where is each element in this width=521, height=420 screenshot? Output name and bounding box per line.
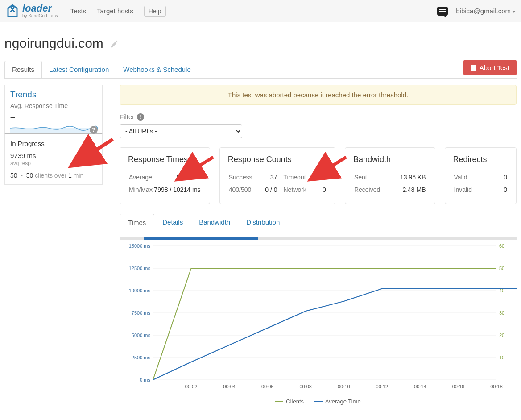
tab-results[interactable]: Results <box>4 61 42 78</box>
logo[interactable]: loader by SendGrid Labs <box>5 4 58 18</box>
trends-panel: Trends Avg. Response Time – ? <box>4 85 103 134</box>
svg-text:00:16: 00:16 <box>452 384 465 389</box>
page-title: ngoirungdui.com <box>4 36 103 51</box>
card-redirects: Redirects Valid0Invalid0 <box>445 147 517 204</box>
svg-text:00:10: 00:10 <box>338 384 350 389</box>
chat-icon[interactable] <box>437 7 448 16</box>
trends-subtitle: Avg. Response Time <box>10 102 97 109</box>
ctab-distribution[interactable]: Distribution <box>238 214 288 231</box>
brand-subtitle: by SendGrid Labs <box>22 13 58 18</box>
card-title: Response Counts <box>228 155 327 164</box>
avg-resp-value: 9739 ms <box>10 152 36 159</box>
svg-text:00:18: 00:18 <box>490 384 503 389</box>
card-bandwidth: Bandwidth Sent13.96 KBReceived2.48 MB <box>345 147 435 204</box>
filter-label: Filter <box>120 113 134 121</box>
svg-text:12500 ms: 12500 ms <box>129 266 151 271</box>
timeout-count: 43 <box>313 171 326 183</box>
svg-text:30: 30 <box>499 310 504 316</box>
top-nav: loader by SendGrid Labs Tests Target hos… <box>0 0 521 22</box>
svg-text:20: 20 <box>499 333 504 338</box>
svg-text:00:06: 00:06 <box>261 384 274 389</box>
annotation-arrow <box>192 157 214 170</box>
edit-icon[interactable] <box>110 39 119 48</box>
svg-text:00:12: 00:12 <box>376 384 389 389</box>
svg-line-30 <box>195 157 213 168</box>
svg-text:00:02: 00:02 <box>185 384 198 389</box>
progress-footer: 50 - 50 clients over 1 min <box>10 172 97 179</box>
svg-line-31 <box>328 157 346 168</box>
nav-tests[interactable]: Tests <box>70 7 86 15</box>
abort-alert: This test was aborted because it reached… <box>120 85 517 105</box>
svg-text:15000 ms: 15000 ms <box>129 244 151 249</box>
tab-latest-config[interactable]: Latest Configuration <box>42 61 116 78</box>
card-title: Response Times <box>128 155 202 164</box>
svg-line-32 <box>92 139 113 153</box>
card-response-times: Response Times Average9739 msMin/Max7998… <box>120 147 210 204</box>
in-progress-panel: In Progress 9739 ms 53.8 % avg resp err … <box>4 134 103 185</box>
help-icon[interactable]: ? <box>90 126 98 134</box>
svg-text:60: 60 <box>499 244 504 249</box>
svg-text:2500 ms: 2500 ms <box>132 355 151 360</box>
trends-title[interactable]: Trends <box>10 90 97 100</box>
chart-tabs: Times Details Bandwidth Distribution <box>120 214 517 231</box>
svg-text:50: 50 <box>499 266 504 271</box>
nav-help[interactable]: Help <box>144 6 166 17</box>
progress-title: In Progress <box>10 140 97 147</box>
minmax-response-time: 7998 / 10214 ms <box>153 184 200 195</box>
svg-text:10000 ms: 10000 ms <box>129 288 151 293</box>
times-chart: 0 ms2500 ms5000 ms7500 ms10000 ms12500 m… <box>120 244 517 391</box>
nav-target-hosts[interactable]: Target hosts <box>97 7 133 15</box>
err-rate-label: err rate <box>79 160 97 166</box>
test-progress-bar <box>120 237 517 240</box>
brand-name: loader <box>22 4 58 13</box>
chevron-down-icon <box>512 11 516 13</box>
main-tabs: Results Latest Configuration Webhooks & … <box>4 60 517 79</box>
avg-response-time: 9739 ms <box>153 171 200 183</box>
svg-point-0 <box>11 6 14 9</box>
svg-text:0 ms: 0 ms <box>140 377 150 383</box>
user-menu[interactable]: bibica@gmail.com <box>456 7 516 15</box>
annotation-arrow <box>325 157 347 170</box>
annotation-arrow <box>88 138 115 156</box>
abort-test-button[interactable]: Abort Test <box>463 60 517 75</box>
card-title: Bandwidth <box>353 155 427 164</box>
stop-icon <box>471 65 476 71</box>
ctab-times[interactable]: Times <box>120 214 154 231</box>
trends-value: – <box>10 112 97 122</box>
svg-text:00:08: 00:08 <box>299 384 312 389</box>
svg-text:10: 10 <box>499 355 504 360</box>
tab-webhooks[interactable]: Webhooks & Schedule <box>116 61 198 78</box>
logo-icon <box>5 4 20 18</box>
svg-text:00:14: 00:14 <box>414 384 426 389</box>
avg-resp-label: avg resp <box>10 160 31 166</box>
svg-text:7500 ms: 7500 ms <box>132 310 151 316</box>
url-filter-select[interactable]: - All URLs - <box>120 124 242 138</box>
sparkline: ? <box>10 124 97 133</box>
card-response-counts: Response Counts Success37Timeout43400/50… <box>219 147 335 204</box>
info-icon[interactable]: ! <box>137 113 144 121</box>
card-title: Redirects <box>453 155 508 164</box>
svg-text:00:04: 00:04 <box>223 384 236 389</box>
svg-text:5000 ms: 5000 ms <box>132 333 151 338</box>
ctab-bandwidth[interactable]: Bandwidth <box>191 214 238 231</box>
chart-legend: Clients Average Time <box>120 396 517 405</box>
ctab-details[interactable]: Details <box>154 214 191 231</box>
